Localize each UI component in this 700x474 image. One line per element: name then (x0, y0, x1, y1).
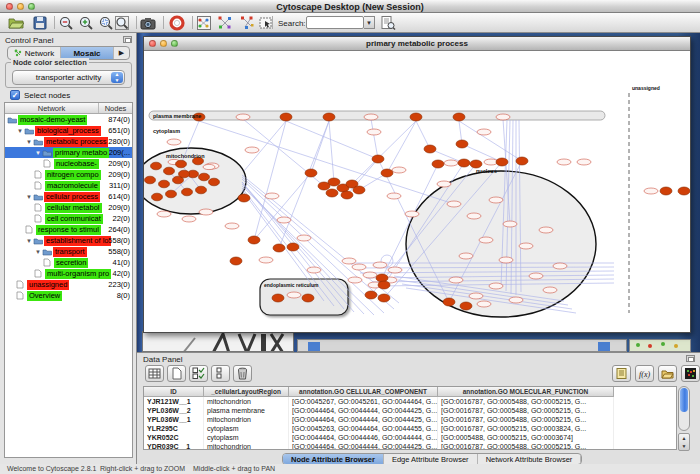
expand-triangle-icon[interactable]: ▼ (16, 128, 24, 134)
select-nodes-row[interactable]: ✓ Select nodes (10, 90, 70, 100)
import-attributes-icon[interactable] (658, 365, 677, 382)
tab-overflow-arrow[interactable]: ▶ (114, 47, 129, 59)
tab-network-attribute-browser[interactable]: Network Attribute Browser (478, 454, 582, 464)
plasma-membrane-label: plasma membrane (153, 113, 201, 119)
tree-row[interactable]: ▼cellular process614(0) (5, 191, 132, 202)
save-icon[interactable] (32, 15, 48, 31)
tree-row-count: 558(0) (108, 235, 130, 246)
tab-node-attribute-browser[interactable]: Node Attribute Browser (283, 454, 384, 464)
search-input[interactable] (306, 16, 364, 29)
select-nodes-checkbox[interactable]: ✓ (10, 90, 20, 100)
search-label: Search: (278, 19, 306, 28)
tree-row-selected[interactable]: ▼primary metabo209(... (5, 147, 132, 158)
status-welcome: Welcome to Cytoscape 2.8.1 (7, 465, 96, 472)
network-view-window: primary metabolic process (143, 36, 691, 333)
select-nodes-label: Select nodes (24, 91, 70, 100)
node-color-dropdown[interactable]: transporter activity ▲▼ (12, 70, 125, 85)
toolbar-separator (272, 16, 273, 29)
zoom-fit-icon[interactable] (114, 15, 130, 31)
tree-row[interactable]: ▼establishment of lo558(0) (5, 235, 132, 246)
search-dropdown-arrow[interactable]: ▼ (364, 16, 375, 29)
delete-attribute-icon[interactable] (233, 365, 252, 382)
tree-row[interactable]: nucleobase-209(0) (5, 158, 132, 169)
tree-row[interactable]: nitrogen compo209(0) (5, 169, 132, 180)
toolbar-separator (136, 16, 137, 29)
background-window[interactable] (142, 331, 294, 352)
tree-row-count: 8(0) (117, 290, 130, 301)
tree-row[interactable]: macromolecule311(0) (5, 180, 132, 191)
zoom-in-icon[interactable] (78, 15, 94, 31)
tree-row-label: cellular metabol (45, 203, 102, 213)
table-row[interactable]: YDR039C__1mitochondrion[GO:0044464, GO:0… (144, 442, 676, 450)
tree-row-label: nucleobase- (54, 159, 99, 169)
float-panel-icon[interactable] (686, 355, 695, 362)
column-header[interactable]: annotation.GO CELLULAR_COMPONENT (289, 387, 438, 397)
tree-header: Network Nodes (5, 103, 132, 114)
open-icon[interactable] (8, 15, 24, 31)
tree-row-label: macromolecule (45, 181, 100, 191)
tree-header-network[interactable]: Network (5, 103, 99, 113)
folder-icon (24, 127, 35, 135)
tree-row-label: cellular process (44, 192, 100, 202)
tree-row[interactable]: mosaic-demo-yeast874(0) (5, 114, 132, 125)
network-canvas[interactable]: plasma membrane cytoplasm mitochondrion … (144, 51, 690, 332)
tree-row-label: transport (53, 247, 87, 257)
tree-row[interactable]: ▼biological_process651(0) (5, 125, 132, 136)
data-panel-title: Data Panel (143, 355, 183, 364)
tree-row[interactable]: Overview8(0) (5, 290, 132, 301)
expand-triangle-icon[interactable]: ▼ (34, 249, 42, 255)
network-window-titlebar[interactable]: primary metabolic process (144, 37, 690, 51)
table-row[interactable]: YJR121W__1mitochondrion[GO:0045267, GO:0… (144, 397, 676, 406)
unselect-attributes-icon[interactable] (211, 365, 230, 382)
tree-row[interactable]: ▼metabolic process280(0) (5, 136, 132, 147)
float-panel-icon[interactable] (123, 36, 132, 43)
folder-icon (42, 149, 53, 157)
table-row[interactable]: YKR052Ccytoplasm[GO:0044464, GO:0044446,… (144, 433, 676, 442)
column-header[interactable]: _cellularLayoutRegion (204, 387, 289, 397)
column-header[interactable]: ID (144, 387, 204, 397)
scrollbar-thumb[interactable] (680, 388, 688, 412)
table-row[interactable]: YPL036W__2plasma membrane[GO:0044464, GO… (144, 406, 676, 415)
function-builder-icon[interactable]: f(x) (635, 365, 654, 382)
notepad-icon[interactable] (612, 365, 631, 382)
tree-row[interactable]: multi-organism pro42(0) (5, 268, 132, 279)
new-attribute-icon[interactable] (167, 365, 186, 382)
expand-triangle-icon[interactable]: ▼ (25, 139, 33, 145)
folder-icon (42, 248, 53, 256)
zoom-out-icon[interactable] (58, 15, 74, 31)
expand-triangle-icon[interactable]: ▼ (25, 238, 33, 244)
tree-row[interactable]: secretion41(0) (5, 257, 132, 268)
matrix-view-icon[interactable] (681, 365, 700, 382)
table-row[interactable]: YPL036W__1mitochondrion[GO:0044464, GO:0… (144, 415, 676, 424)
zoom-selected-icon[interactable] (98, 15, 114, 31)
background-window[interactable] (297, 339, 627, 352)
tab-edge-attribute-browser[interactable]: Edge Attribute Browser (384, 454, 478, 464)
snapshot-icon[interactable] (140, 15, 156, 31)
expand-triangle-icon[interactable]: ▼ (34, 150, 42, 156)
column-header[interactable]: annotation.GO MOLECULAR_FUNCTION (438, 387, 614, 397)
file-icon (34, 203, 45, 212)
tree-row[interactable]: unassigned223(0) (5, 279, 132, 290)
select-attributes-icon[interactable] (189, 365, 208, 382)
advanced-search-icon[interactable] (380, 15, 396, 31)
tree-row[interactable]: response to stimul264(0) (5, 224, 132, 235)
folder-icon (33, 138, 44, 146)
tree-row-label: cell communicat (45, 214, 103, 224)
tree-row[interactable]: cell communicat22(0) (5, 213, 132, 224)
tree-row-count: 651(0) (108, 125, 130, 136)
table-scrollbar[interactable] (678, 386, 690, 431)
apply-layout-1-icon[interactable] (217, 15, 233, 31)
background-window[interactable] (629, 339, 691, 352)
apply-layout-2-icon[interactable] (239, 15, 255, 31)
cytoplasm-label: cytoplasm (153, 128, 180, 134)
network-overview-icon[interactable] (196, 15, 212, 31)
scrollbar-buttons[interactable]: ▲▼ (678, 433, 690, 451)
help-icon[interactable] (169, 15, 185, 31)
tree-header-nodes[interactable]: Nodes (99, 103, 132, 113)
table-row[interactable]: YLR295Ccytoplasm[GO:0045263, GO:0044464,… (144, 424, 676, 433)
expand-triangle-icon[interactable]: ▼ (25, 194, 33, 200)
file-icon (34, 214, 45, 223)
attribute-table-icon[interactable] (145, 365, 164, 382)
tree-row[interactable]: cellular metabol209(0) (5, 202, 132, 213)
tree-row[interactable]: ▼transport558(0) (5, 246, 132, 257)
